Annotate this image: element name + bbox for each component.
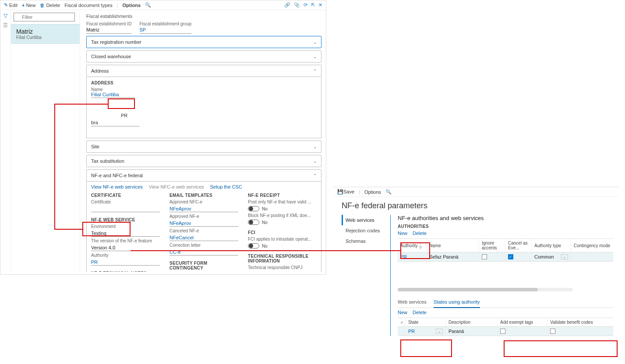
tab-web-services[interactable]: Web services: [398, 298, 427, 308]
popout-icon[interactable]: ⇱: [311, 2, 315, 8]
col-cmode[interactable]: Contingency mode: [571, 239, 613, 252]
left-rail: ▽ ☰: [0, 10, 11, 272]
expander-address[interactable]: Address ⌃: [86, 65, 321, 77]
link-icon[interactable]: 🔗: [284, 2, 290, 8]
delete-link-2[interactable]: Delete: [413, 310, 427, 315]
highlight-authority: [82, 222, 131, 236]
row2-validate[interactable]: [547, 327, 609, 336]
col-ignore[interactable]: Ignore accents: [479, 239, 505, 252]
expander-nfe[interactable]: NF-e and NFC-e federal ⌃: [86, 169, 321, 182]
nav-schemas[interactable]: Schemas: [342, 236, 390, 246]
feid-value[interactable]: Matriz: [86, 27, 131, 34]
new-button[interactable]: +New: [22, 3, 35, 8]
block-label: Block NF-e posting if XML doe...: [248, 213, 317, 218]
techresp-hdr: TECHNICAL RESPONSIBLE INFORMATION: [248, 254, 317, 263]
expander-tax-sub-label: Tax substitution: [91, 158, 124, 164]
chevron-down-icon: ⌄: [313, 40, 317, 45]
certificate-value[interactable]: [91, 206, 160, 212]
attach-icon[interactable]: 📎: [294, 2, 300, 8]
col-validate[interactable]: Validate benefit codes: [547, 318, 609, 326]
auth-value[interactable]: PR: [91, 259, 160, 266]
row2-check[interactable]: [398, 327, 406, 336]
red-line-3: [54, 229, 82, 230]
feid-label: Fiscal establishment ID: [86, 21, 131, 26]
row-atype[interactable]: Common⌄: [532, 252, 571, 261]
options-button[interactable]: Options: [364, 189, 381, 195]
row-cancel[interactable]: ✓: [505, 252, 532, 261]
expander-tax-sub[interactable]: Tax substitution ⌄: [86, 155, 321, 167]
col-desc[interactable]: Description: [446, 318, 498, 326]
red-line-4: [131, 250, 400, 251]
section-title: Fiscal establishments: [86, 14, 321, 19]
rp-nav: Web services Rejection codes Schemas: [342, 215, 391, 336]
fiscal-document-types-button[interactable]: Fiscal document types: [64, 3, 112, 8]
tab-states-using-authority[interactable]: States using authority: [434, 298, 480, 308]
app-nfe-value[interactable]: NFeAprov: [169, 220, 238, 227]
nfe-col-3: NF-E RECEIPT Post only NF-e that have va…: [248, 192, 317, 272]
address-state-pr: PR: [121, 113, 317, 118]
receipt-hdr: NF-E RECEIPT: [248, 193, 317, 198]
can-nfe-value[interactable]: NFeCancel: [169, 235, 238, 241]
post-only-toggle[interactable]: No: [248, 206, 317, 211]
setup-csc-link[interactable]: Setup the CSC: [210, 184, 242, 189]
app-nfce-value[interactable]: NFeAprov: [169, 206, 238, 212]
new-link[interactable]: New: [398, 231, 407, 236]
toggle-no-label: No: [262, 206, 268, 211]
block-toggle[interactable]: No: [248, 220, 317, 225]
options-button[interactable]: Options: [123, 3, 141, 8]
address-name-label: Name: [91, 87, 317, 92]
rp-main: NF-e authorities and web services AUTHOR…: [391, 215, 613, 336]
h-scrollbar[interactable]: [398, 288, 573, 291]
expander-tax-reg[interactable]: Tax registration number ⌄: [86, 36, 321, 48]
lower-tabs: Web services States using authority: [398, 298, 613, 308]
row-cmode[interactable]: [571, 252, 613, 261]
filter-icon[interactable]: ▽: [4, 13, 7, 19]
close-icon[interactable]: ✕: [318, 2, 322, 8]
email-hdr: EMAIL TEMPLATES: [169, 193, 238, 198]
list-item-sub: Filial Curitiba: [16, 35, 75, 40]
highlight-state-grid: [400, 340, 452, 357]
rp-toolbar: 💾Save | Options 🔍: [334, 187, 618, 197]
search-icon[interactable]: 🔍: [145, 2, 151, 8]
nfe-parameters-pane: 💾Save | Options 🔍 NF-e federal parameter…: [334, 187, 618, 360]
filter-input[interactable]: [14, 13, 75, 21]
view-nfe-ws-link[interactable]: View NF-e web services: [91, 184, 143, 189]
expander-nfe-label: NF-e and NFC-e federal: [91, 173, 143, 178]
refresh-icon[interactable]: ⟳: [304, 2, 307, 8]
col-atype[interactable]: Authority type: [532, 239, 571, 252]
save-button[interactable]: 💾Save: [337, 189, 354, 195]
col-cancel[interactable]: Cancel as Eve...: [505, 239, 532, 252]
expander-site[interactable]: Site ⌄: [86, 140, 321, 153]
tr-cnpj-label: Technical responsible CNPJ: [248, 265, 317, 270]
toolbar-divider: |: [117, 3, 118, 8]
feg-label: Fiscal establishment group: [139, 21, 191, 26]
col-state[interactable]: State: [406, 318, 446, 326]
fci-toggle[interactable]: No: [248, 243, 317, 248]
states-grid-row[interactable]: PR⌄ Paraná: [398, 327, 613, 336]
expander-closed-wh[interactable]: Closed warehouse ⌄: [86, 50, 321, 63]
list-item-matriz[interactable]: Matriz Filial Curitiba: [11, 24, 80, 44]
chevron-down-icon: ⌄: [313, 159, 317, 164]
app-nfe-label: Approved NF-e: [169, 214, 238, 219]
states-grid-head: ✓ State Description Add exempt tags Vali…: [398, 318, 613, 327]
search-icon[interactable]: 🔍: [385, 189, 392, 195]
row-ignore[interactable]: [479, 252, 505, 261]
list-icon[interactable]: ☰: [3, 22, 8, 28]
address-name-value[interactable]: Filial Curitiba: [91, 92, 135, 98]
view-nfce-ws-link[interactable]: View NFC-e web services: [149, 184, 204, 189]
app-nfce-label: Approved NFC-e: [169, 200, 238, 204]
delete-button[interactable]: 🗑Delete: [40, 3, 60, 8]
post-only-label: Post only NF-e that have valid ...: [248, 200, 317, 204]
new-link-2[interactable]: New: [398, 310, 407, 315]
col-name[interactable]: Name: [427, 239, 479, 252]
feg-value[interactable]: SP: [139, 27, 191, 34]
row2-exempt[interactable]: [498, 327, 547, 336]
nav-rejection-codes[interactable]: Rejection codes: [342, 225, 390, 236]
col-check[interactable]: ✓: [398, 318, 406, 326]
row2-desc: Paraná: [446, 327, 498, 336]
nav-web-services[interactable]: Web services: [342, 215, 390, 225]
col-exempt[interactable]: Add exempt tags: [498, 318, 547, 326]
row2-state[interactable]: PR⌄: [406, 327, 446, 336]
edit-button[interactable]: ✎Edit: [4, 2, 18, 8]
delete-link[interactable]: Delete: [413, 231, 427, 236]
